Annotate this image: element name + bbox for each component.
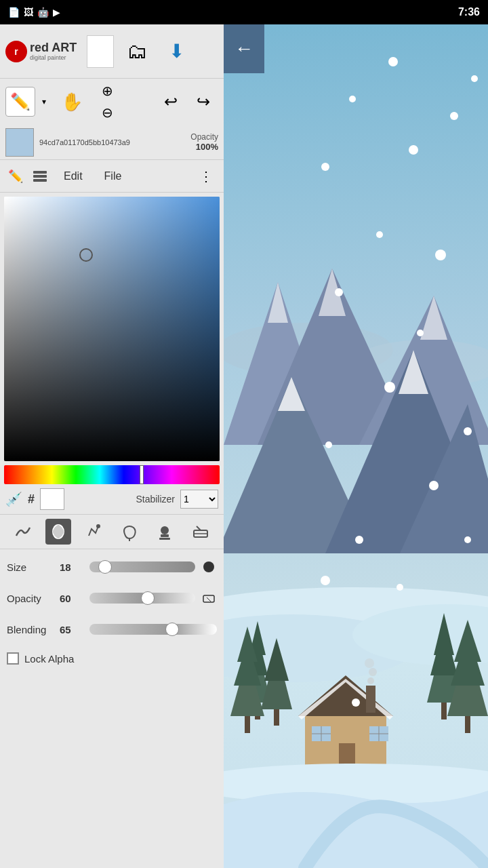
stamp-tool-button[interactable] — [152, 519, 178, 545]
eyedropper-button[interactable]: 💉 — [5, 491, 22, 507]
opacity-slider-thumb[interactable] — [141, 591, 155, 605]
svg-point-75 — [325, 441, 332, 448]
opacity-value: 100% — [190, 142, 218, 152]
logo-icon: r — [5, 41, 27, 62]
undo-button[interactable]: ↩ — [156, 87, 186, 117]
image-icon: 🖼 — [24, 7, 33, 18]
svg-rect-10 — [203, 595, 214, 602]
brush-small-icon: ✏️ — [5, 166, 26, 186]
svg-rect-39 — [274, 709, 279, 726]
svg-point-79 — [321, 576, 330, 585]
brush-tool-group: ✏️ ▾ — [5, 87, 52, 117]
svg-point-4 — [96, 524, 100, 528]
play-icon: ▶ — [53, 7, 60, 18]
blob-brush-button[interactable] — [45, 519, 71, 545]
svg-point-65 — [349, 96, 356, 102]
hue-bar[interactable] — [4, 465, 220, 484]
svg-point-60 — [369, 668, 377, 676]
status-bar: 📄 🖼 🤖 ▶ 7:36 — [0, 0, 488, 24]
svg-point-78 — [464, 536, 471, 543]
opacity-label: Opacity — [190, 132, 218, 142]
zoom-in-button[interactable]: ⊕ — [92, 80, 122, 102]
download-button[interactable]: ⬇ — [160, 35, 192, 68]
folder-button[interactable]: 🗂 — [121, 35, 153, 68]
logo-name: red ART — [30, 41, 77, 55]
more-button[interactable]: ⋮ — [194, 165, 218, 187]
layer-thumbnail[interactable] — [5, 128, 34, 157]
file-button[interactable]: File — [95, 167, 131, 185]
brush-dropdown-button[interactable]: ▾ — [37, 87, 52, 117]
blending-slider-thumb[interactable] — [165, 623, 179, 636]
hash-button[interactable]: # — [28, 492, 35, 507]
main-layout: r red ART digital painter 🗂 ⬇ ✏️ ▾ — [0, 24, 488, 868]
left-panel: r red ART digital painter 🗂 ⬇ ✏️ ▾ — [0, 24, 224, 868]
opacity-slider-icon — [201, 590, 217, 606]
lock-alpha-label: Lock Alpha — [24, 653, 74, 665]
file-icon: 📄 — [8, 7, 20, 18]
folder-icon: 🗂 — [127, 40, 147, 63]
back-button[interactable]: ← — [224, 24, 264, 73]
back-arrow-icon: ← — [235, 38, 253, 60]
lock-alpha-row: Lock Alpha — [0, 647, 224, 670]
layer-hash: 94cd7a01170d5bb10473a9 — [39, 138, 185, 146]
svg-point-73 — [384, 382, 395, 393]
lock-alpha-checkbox[interactable] — [7, 652, 19, 665]
svg-point-66 — [409, 145, 418, 155]
app-logo: r red ART digital painter — [5, 41, 80, 62]
logo-sub: digital painter — [30, 54, 77, 61]
stabilizer-select[interactable]: 1 2 3 4 5 — [180, 490, 218, 509]
svg-rect-1 — [33, 175, 47, 178]
svg-rect-2 — [33, 179, 47, 182]
svg-rect-47 — [465, 716, 470, 733]
edit-toolbar: ✏️ Edit File ⋮ — [0, 160, 224, 193]
svg-rect-43 — [441, 703, 447, 719]
color-tools-row: 💉 # Stabilizer 1 2 3 4 5 — [0, 484, 224, 514]
eraser-tool-button[interactable] — [188, 519, 214, 545]
zoom-out-icon: ⊖ — [102, 104, 113, 121]
layer-info: 94cd7a01170d5bb10473a9 Opacity 100% — [0, 125, 224, 160]
zoom-out-button[interactable]: ⊖ — [92, 102, 122, 123]
color-gradient-field[interactable] — [4, 197, 220, 461]
edit-button[interactable]: Edit — [54, 167, 92, 185]
layers-icon — [28, 165, 52, 188]
svg-point-69 — [376, 231, 383, 238]
canvas-thumbnail[interactable] — [87, 35, 114, 68]
color-picker[interactable] — [0, 193, 224, 484]
blending-value: 65 — [60, 624, 84, 635]
size-label: Size — [7, 561, 54, 573]
svg-point-68 — [321, 163, 329, 171]
svg-rect-36 — [245, 716, 250, 733]
undo-icon: ↩ — [164, 92, 178, 111]
lasso-tool-button[interactable] — [117, 519, 142, 545]
svg-rect-58 — [366, 686, 375, 713]
calligraphy-tool-button[interactable] — [10, 519, 36, 545]
android-icon: 🤖 — [37, 7, 49, 18]
svg-point-80 — [396, 584, 403, 591]
stabilizer-label: Stabilizer — [136, 494, 175, 505]
top-toolbar: r red ART digital painter 🗂 ⬇ — [0, 24, 224, 79]
color-cursor[interactable] — [79, 248, 93, 262]
blending-slider-track[interactable] — [89, 624, 217, 635]
brush-button[interactable]: ✏️ — [5, 87, 35, 117]
size-slider-thumb[interactable] — [98, 560, 112, 574]
svg-point-64 — [450, 112, 458, 120]
sliders-area: Size 18 Opacity 60 — [0, 549, 224, 647]
blending-label: Blending — [7, 624, 54, 635]
size-slider-track[interactable] — [89, 561, 195, 572]
color-swatch[interactable] — [40, 488, 64, 510]
svg-point-67 — [471, 75, 478, 82]
status-time: 7:36 — [458, 6, 480, 18]
hue-cursor[interactable] — [140, 465, 144, 484]
opacity-label: Opacity — [7, 593, 54, 604]
download-icon: ⬇ — [169, 40, 184, 62]
svg-point-9 — [203, 561, 214, 572]
redo-button[interactable]: ↪ — [188, 87, 218, 117]
svg-point-61 — [365, 658, 374, 668]
brush-tools-row — [0, 514, 224, 549]
smear-tool-button[interactable] — [81, 519, 107, 545]
opacity-slider-track[interactable] — [89, 593, 195, 604]
canvas-area[interactable]: ← — [224, 24, 488, 868]
hand-button[interactable]: ✋ — [57, 87, 87, 117]
size-slider-icon — [201, 559, 217, 575]
svg-point-59 — [367, 677, 374, 684]
